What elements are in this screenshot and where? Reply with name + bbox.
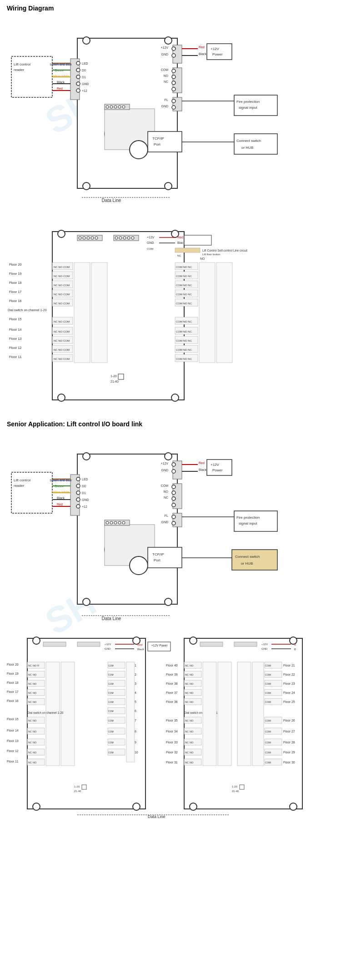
svg-rect-439 — [240, 785, 244, 789]
svg-text:Floor 35: Floor 35 — [166, 719, 178, 722]
svg-point-9 — [76, 68, 80, 72]
svg-text:COM: COM — [265, 664, 271, 667]
svg-text:Floor 30: Floor 30 — [283, 761, 295, 764]
svg-text:COM NO NC: COM NO NC — [176, 284, 192, 287]
svg-text:Floor 36: Floor 36 — [166, 700, 178, 703]
svg-rect-354 — [200, 642, 223, 647]
svg-point-257 — [33, 637, 40, 644]
svg-text:NC: NC — [28, 701, 32, 703]
svg-text:Floor 17: Floor 17 — [9, 290, 22, 294]
svg-text:NO: NO — [190, 741, 194, 744]
svg-text:GND: GND — [82, 82, 89, 86]
svg-point-243 — [114, 521, 117, 524]
svg-point-85 — [83, 237, 85, 239]
svg-text:Yellow White: Yellow White — [51, 490, 70, 494]
svg-rect-144 — [118, 374, 124, 379]
svg-text:Floor 11: Floor 11 — [9, 355, 22, 359]
svg-point-241 — [106, 521, 109, 524]
svg-point-179 — [83, 453, 90, 460]
svg-text:Floor 19: Floor 19 — [7, 672, 19, 675]
svg-text:NC: NC — [28, 751, 32, 754]
svg-text:GND: GND — [105, 647, 111, 650]
svg-point-94 — [131, 237, 134, 239]
svg-point-12 — [76, 89, 80, 92]
svg-text:Fire protection: Fire protection — [236, 100, 260, 104]
svg-text:COM: COM — [108, 673, 114, 676]
svg-point-91 — [119, 237, 122, 239]
svg-text:Lift control: Lift control — [14, 478, 30, 482]
svg-rect-68 — [148, 131, 182, 152]
svg-text:NC NO COM: NC NO COM — [54, 293, 70, 296]
svg-point-34 — [172, 47, 176, 51]
svg-point-82 — [171, 394, 179, 401]
svg-point-353 — [290, 803, 297, 810]
svg-text:Power: Power — [212, 52, 223, 56]
svg-text:Floor 14: Floor 14 — [7, 729, 19, 732]
svg-text:Floor 13: Floor 13 — [7, 739, 19, 743]
svg-text:LED: LED — [82, 62, 88, 65]
svg-text:21-40: 21-40 — [74, 790, 81, 793]
svg-text:GND: GND — [161, 105, 168, 108]
svg-point-55 — [172, 106, 176, 109]
svg-text:signal input: signal input — [239, 521, 257, 525]
svg-text:Floor 33: Floor 33 — [166, 741, 178, 744]
svg-text:NC: NC — [28, 761, 32, 764]
svg-rect-6 — [105, 109, 155, 150]
svg-text:NO: NO — [164, 490, 169, 493]
svg-text:COM: COM — [265, 673, 271, 676]
svg-text:COM: COM — [265, 719, 271, 722]
svg-rect-73 — [234, 134, 277, 154]
svg-text:NC NO COM: NC NO COM — [54, 302, 70, 305]
svg-point-186 — [76, 477, 80, 481]
svg-point-244 — [118, 521, 121, 524]
top-diagram-svg: LED D0 D1 GND +12 L — [7, 15, 334, 211]
svg-text:NO: NO — [190, 664, 194, 667]
svg-rect-404 — [218, 662, 231, 766]
svg-point-225 — [172, 491, 176, 495]
svg-text:reader: reader — [14, 68, 24, 72]
svg-point-71 — [130, 141, 148, 159]
svg-rect-104 — [175, 248, 200, 253]
svg-point-233 — [172, 521, 176, 525]
svg-text:NO: NO — [190, 673, 194, 676]
svg-text:NO: NO — [33, 692, 37, 694]
svg-text:Floor 16: Floor 16 — [7, 699, 19, 702]
svg-point-10 — [76, 75, 80, 79]
svg-point-227 — [172, 503, 176, 507]
svg-text:R: R — [37, 664, 39, 667]
svg-text:Floor 12: Floor 12 — [9, 346, 22, 350]
svg-text:+12V: +12V — [211, 47, 220, 51]
svg-rect-338 — [82, 785, 86, 789]
svg-point-188 — [76, 491, 80, 495]
svg-rect-247 — [148, 547, 182, 568]
svg-text:NC: NC — [164, 496, 168, 499]
svg-text:NC NO COM: NC NO COM — [54, 358, 70, 360]
svg-text:Dial switch on channel 1-20: Dial switch on channel 1-20 — [27, 711, 64, 714]
svg-point-87 — [91, 237, 94, 239]
svg-text:Red: Red — [57, 87, 63, 90]
svg-text:Data Line: Data Line — [102, 198, 121, 203]
svg-text:signal input: signal input — [239, 106, 257, 110]
svg-text:NO: NO — [200, 257, 205, 260]
svg-text:Red: Red — [199, 45, 205, 49]
svg-text:Floor 39: Floor 39 — [166, 673, 178, 676]
svg-text:TCP/IP: TCP/IP — [152, 136, 164, 141]
svg-text:+12V: +12V — [105, 643, 111, 646]
svg-text:NO: NO — [33, 761, 37, 764]
svg-text:COM: COM — [108, 741, 114, 744]
svg-text:GND: GND — [147, 241, 154, 244]
svg-rect-141 — [91, 263, 107, 363]
svg-text:COM: COM — [265, 741, 271, 744]
svg-text:or HUB: or HUB — [241, 561, 253, 566]
svg-text:NO: NO — [190, 682, 194, 685]
svg-text:NO: NO — [33, 741, 37, 744]
svg-point-86 — [87, 237, 90, 239]
svg-rect-42 — [207, 44, 232, 60]
wiring-diagram-section: Wiring Diagram — [7, 5, 334, 409]
svg-text:reader: reader — [14, 484, 24, 488]
svg-rect-175 — [199, 263, 215, 363]
svg-text:Yellow White: Yellow White — [51, 75, 70, 78]
svg-text:Floor 29: Floor 29 — [283, 751, 295, 754]
svg-text:Floor 38: Floor 38 — [166, 682, 178, 685]
svg-text:NC: NC — [177, 254, 181, 257]
